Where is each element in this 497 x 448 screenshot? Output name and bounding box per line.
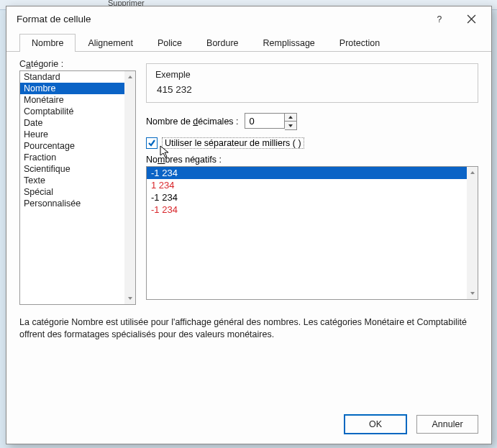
example-box: Exemple 415 232 [146,63,478,103]
scroll-up-icon[interactable] [467,167,478,178]
tab-police[interactable]: Police [145,34,194,52]
scroll-down-icon[interactable] [124,293,135,304]
close-button[interactable] [455,9,487,29]
category-item-monetaire[interactable]: Monétaire [20,94,124,106]
svg-text:?: ? [437,14,442,24]
category-item-pourcentage[interactable]: Pourcentage [20,140,124,152]
dialog-title: Format de cellule [17,14,424,24]
help-button[interactable]: ? [424,9,455,29]
decimals-up-button[interactable] [285,114,296,122]
category-item-texte[interactable]: Texte [20,175,124,186]
category-scrollbar[interactable] [124,71,135,304]
tab-bordure[interactable]: Bordure [194,34,250,52]
decimals-row: Nombre de décimales : [146,113,478,130]
negative-format-item[interactable]: -1 234 [147,204,467,216]
negative-format-item[interactable]: 1 234 [147,179,467,191]
tab-alignement[interactable]: Alignement [76,34,145,52]
negatives-scrollbar[interactable] [467,167,478,299]
tab-content: Catégorie : Standard Nombre Monétaire Co… [6,52,491,305]
category-item-date[interactable]: Date [20,117,124,129]
category-item-fraction[interactable]: Fraction [20,152,124,163]
category-item-comptabilite[interactable]: Comptabilité [20,106,124,117]
category-item-personnalisee[interactable]: Personnalisée [20,198,124,209]
negative-format-item[interactable]: -1 234 [147,167,467,179]
decimals-input[interactable] [245,113,285,129]
negative-format-item[interactable]: -1 234 [147,191,467,204]
decimals-down-button[interactable] [285,122,296,129]
ok-button[interactable]: OK [345,415,406,434]
thousand-separator-row: Utiliser le séparateur de milliers ( ) [146,137,478,149]
tab-protection[interactable]: Protection [327,34,392,52]
titlebar: Format de cellule ? [6,6,491,31]
category-item-heure[interactable]: Heure [20,129,124,140]
category-item-nombre[interactable]: Nombre [20,83,124,94]
example-value: 415 232 [155,84,469,95]
negatives-listbox[interactable]: -1 234 1 234 -1 234 -1 234 [146,166,478,300]
dialog-buttons: OK Annuler [345,415,478,434]
tab-strip: Nombre Alignement Police Bordure Remplis… [6,31,491,52]
tab-nombre[interactable]: Nombre [19,34,76,52]
category-item-special[interactable]: Spécial [20,186,124,198]
thousand-separator-label[interactable]: Utiliser le séparateur de milliers ( ) [162,137,304,149]
thousand-separator-checkbox[interactable] [146,137,158,149]
scroll-down-icon[interactable] [467,288,478,299]
category-listbox[interactable]: Standard Nombre Monétaire Comptabilité D… [19,70,136,305]
scroll-up-icon[interactable] [124,71,135,83]
category-description: La catégorie Nombre est utilisée pour l'… [6,305,491,341]
cancel-button[interactable]: Annuler [416,415,478,434]
format-cell-dialog: Format de cellule ? Nombre Alignement Po… [6,6,492,444]
example-label: Exemple [155,70,469,80]
category-item-scientifique[interactable]: Scientifique [20,163,124,175]
category-item-standard[interactable]: Standard [20,71,124,83]
decimals-spinner[interactable] [245,113,297,130]
tab-remplissage[interactable]: Remplissage [251,34,327,52]
negatives-label: Nombres négatifs : [146,155,478,165]
